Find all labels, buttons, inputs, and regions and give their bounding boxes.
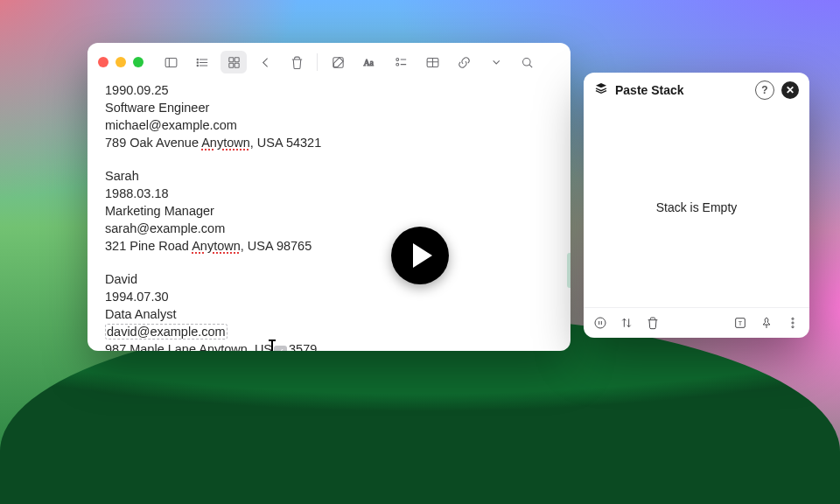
note-line: 1990.09.25 (105, 83, 169, 97)
note-line: Sarah (105, 169, 139, 183)
svg-point-21 (522, 58, 530, 66)
svg-rect-0 (165, 58, 177, 66)
note-entry-2: David 1994.07.30 Data Analyst david@exam… (105, 270, 553, 351)
svg-point-29 (792, 318, 794, 319)
empty-state-label: Stack is Empty (656, 200, 738, 214)
note-line: Marketing Manager (105, 204, 214, 218)
svg-text:Aa: Aa (363, 58, 374, 67)
more-button[interactable] (482, 51, 508, 74)
note-entry-1: Sarah 1988.03.18 Marketing Manager sarah… (105, 167, 553, 255)
paste-stack-panel: Paste Stack ? ✕ Stack is Empty T (584, 73, 809, 338)
toolbar-divider (317, 53, 318, 71)
note-line: Software Engineer (105, 101, 209, 115)
notes-toolbar: Aa (88, 43, 570, 81)
svg-rect-8 (228, 57, 233, 61)
list-view-button[interactable] (189, 51, 215, 74)
note-content[interactable]: 1990.09.25 Software Engineer michael@exa… (88, 81, 570, 351)
sidebar-toggle-button[interactable] (158, 51, 184, 74)
note-line: michael@example.com (105, 118, 237, 132)
note-line: 1994.07.30 (105, 290, 169, 304)
compose-button[interactable] (325, 51, 351, 74)
note-line: 987 Maple Lane Anytown, US✓3579 (105, 342, 317, 351)
svg-text:T: T (738, 319, 743, 327)
play-button[interactable] (391, 227, 449, 284)
help-button[interactable]: ? (755, 80, 774, 100)
svg-point-16 (396, 63, 398, 66)
autocorrect-chip-icon[interactable]: ✓ (274, 346, 287, 351)
zoom-window-button[interactable] (133, 57, 144, 67)
svg-point-23 (595, 318, 606, 328)
search-button[interactable] (514, 51, 540, 74)
note-line: sarah@example.com (105, 221, 225, 235)
svg-point-7 (197, 65, 198, 66)
note-line: 789 Oak Avenue Anytown, USA 54321 (105, 136, 321, 150)
note-line: 1988.03.18 (105, 186, 169, 200)
table-button[interactable] (419, 51, 445, 74)
svg-rect-10 (228, 63, 233, 67)
note-entry-0: 1990.09.25 Software Engineer michael@exa… (105, 81, 553, 151)
svg-point-5 (197, 59, 198, 60)
note-line-selected: david@example.com (105, 324, 228, 340)
close-button[interactable]: ✕ (781, 81, 799, 99)
minimize-window-button[interactable] (116, 57, 126, 67)
pin-button[interactable] (759, 315, 774, 331)
grid-view-button[interactable] (220, 51, 247, 74)
checklist-button[interactable] (388, 51, 414, 74)
paste-stack-title: Paste Stack (615, 83, 748, 97)
svg-point-30 (792, 322, 794, 324)
window-traffic-lights (98, 57, 144, 67)
svg-point-14 (396, 58, 398, 60)
font-button[interactable]: Aa (356, 51, 382, 74)
notes-window: Aa 1990.09.25 Software Engineer michael@… (88, 43, 570, 351)
note-line: David (105, 272, 137, 286)
svg-line-22 (528, 64, 531, 66)
paste-stack-body: Stack is Empty (584, 108, 809, 307)
more-options-button[interactable] (785, 315, 801, 331)
svg-rect-9 (234, 57, 239, 61)
clear-stack-button[interactable] (645, 315, 661, 331)
paste-stack-footer: T (584, 307, 809, 338)
stack-icon (594, 81, 608, 99)
pause-button[interactable] (592, 315, 608, 331)
note-line: 321 Pine Road Anytown, USA 98765 (105, 239, 312, 253)
trash-button[interactable] (284, 51, 310, 74)
close-window-button[interactable] (98, 57, 108, 67)
window-resize-handle[interactable] (567, 253, 570, 288)
paste-stack-header: Paste Stack ? ✕ (584, 73, 809, 108)
text-mode-button[interactable]: T (732, 315, 748, 331)
svg-point-6 (197, 61, 198, 62)
svg-point-31 (792, 326, 794, 328)
note-line: Data Analyst (105, 307, 176, 321)
back-button[interactable] (252, 51, 278, 74)
link-button[interactable] (451, 51, 477, 74)
svg-rect-11 (234, 63, 239, 67)
sort-button[interactable] (619, 315, 634, 331)
